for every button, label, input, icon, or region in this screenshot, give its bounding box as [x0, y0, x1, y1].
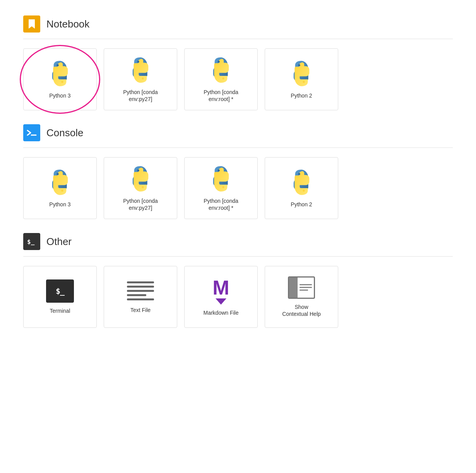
- python-logo-icon: [127, 56, 154, 84]
- svg-point-3: [142, 77, 144, 79]
- textfile-line1: [127, 281, 154, 283]
- textfile-label: Text File: [130, 307, 151, 314]
- python-logo-icon: [207, 165, 235, 193]
- svg-text:$_: $_: [27, 238, 35, 245]
- contextual-line2: [300, 287, 312, 288]
- terminal-icon-text: $_: [56, 286, 64, 296]
- console-py2-card[interactable]: Python 2: [265, 157, 338, 219]
- console-py27-card[interactable]: Python [condaenv:py27]: [104, 157, 177, 219]
- textfile-icon: [127, 280, 154, 302]
- notebook-py27-label: Python [condaenv:py27]: [123, 89, 158, 103]
- contextual-help-card[interactable]: ShowContextual Help: [265, 266, 338, 328]
- svg-point-5: [222, 77, 224, 79]
- other-title: Other: [46, 236, 72, 248]
- markdown-label: Markdown File: [203, 309, 238, 316]
- notebook-python3-label: Python 3: [49, 92, 70, 99]
- svg-point-4: [217, 61, 219, 63]
- markdown-icon: M: [212, 278, 229, 305]
- console-icon: [23, 124, 40, 141]
- notebook-pyroot-card[interactable]: Python [condaenv:root] *: [184, 48, 258, 110]
- notebook-python3-card[interactable]: Python 3: [23, 48, 97, 110]
- textfile-card[interactable]: Text File: [104, 266, 177, 328]
- console-py2-label: Python 2: [291, 201, 312, 208]
- python-logo-icon: [288, 168, 315, 196]
- notebook-icon: [23, 15, 40, 33]
- notebook-divider: [23, 39, 453, 39]
- textfile-line3: [127, 290, 154, 292]
- other-divider: [23, 256, 453, 257]
- console-section: Console Python: [23, 124, 453, 219]
- python-logo-icon: [127, 165, 154, 193]
- notebook-pyroot-label: Python [condaenv:root] *: [204, 89, 238, 103]
- svg-point-1: [61, 81, 63, 83]
- console-cards: Python 3 Python [co: [23, 157, 453, 219]
- python-logo-icon: [288, 60, 315, 87]
- notebook-title: Notebook: [46, 18, 89, 30]
- console-header: Console: [23, 124, 453, 141]
- textfile-line2: [127, 286, 154, 288]
- console-pyroot-label: Python [condaenv:root] *: [204, 197, 238, 211]
- other-icon: $_: [23, 233, 40, 250]
- svg-point-6: [298, 64, 300, 66]
- console-divider: [23, 147, 453, 148]
- console-pyroot-card[interactable]: Python [condaenv:root] *: [184, 157, 258, 219]
- svg-point-11: [137, 170, 139, 171]
- terminal-icon: $_: [46, 279, 74, 303]
- python-logo-icon: [46, 60, 74, 87]
- svg-point-0: [57, 64, 58, 66]
- svg-point-16: [303, 190, 305, 192]
- python-logo-icon: [46, 168, 74, 196]
- markdown-arrow-icon: [216, 298, 226, 305]
- notebook-py2-label: Python 2: [291, 92, 312, 99]
- contextual-left-panel: [289, 278, 298, 298]
- svg-point-10: [61, 190, 63, 192]
- terminal-card[interactable]: $_ Terminal: [23, 266, 97, 328]
- svg-point-15: [298, 173, 300, 175]
- svg-point-12: [142, 186, 144, 188]
- other-header: $_ Other: [23, 233, 453, 250]
- python-logo-icon: [207, 56, 235, 84]
- other-section: $_ Other $_ Terminal Text File: [23, 233, 453, 328]
- console-py27-label: Python [condaenv:py27]: [123, 197, 158, 211]
- notebook-py2-card[interactable]: Python 2: [265, 48, 338, 110]
- terminal-label: Terminal: [50, 307, 70, 314]
- svg-point-2: [137, 61, 139, 63]
- contextual-line3: [300, 290, 308, 291]
- console-python3-card[interactable]: Python 3: [23, 157, 97, 219]
- textfile-line4: [127, 294, 146, 296]
- svg-point-14: [222, 186, 224, 188]
- svg-point-7: [303, 81, 305, 83]
- notebook-cards: Python 3 Pytho: [23, 48, 453, 110]
- markdown-card[interactable]: M Markdown File: [184, 266, 258, 328]
- console-title: Console: [46, 127, 83, 139]
- contextual-help-label: ShowContextual Help: [282, 303, 321, 317]
- other-cards: $_ Terminal Text File M Markdown File: [23, 266, 453, 328]
- svg-point-13: [217, 170, 219, 171]
- notebook-section: Notebook: [23, 15, 453, 110]
- console-python3-label: Python 3: [49, 201, 70, 208]
- contextual-line1: [300, 284, 312, 285]
- notebook-py27-card[interactable]: Python [condaenv:py27]: [104, 48, 177, 110]
- notebook-header: Notebook: [23, 15, 453, 33]
- markdown-m-letter: M: [212, 278, 229, 298]
- contextual-right-panel: [298, 278, 314, 298]
- textfile-line5: [127, 298, 154, 300]
- contextual-help-icon: [288, 276, 315, 299]
- svg-point-9: [57, 173, 58, 175]
